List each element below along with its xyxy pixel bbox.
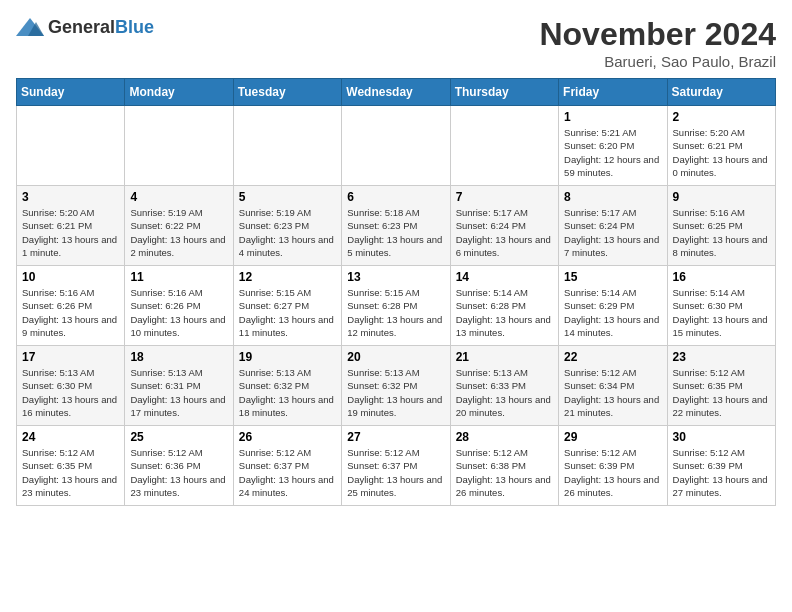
calendar-cell xyxy=(233,106,341,186)
day-info: Sunrise: 5:12 AMSunset: 6:36 PMDaylight:… xyxy=(130,446,227,499)
day-number: 20 xyxy=(347,350,444,364)
day-number: 12 xyxy=(239,270,336,284)
week-row-2: 10Sunrise: 5:16 AMSunset: 6:26 PMDayligh… xyxy=(17,266,776,346)
calendar-table: SundayMondayTuesdayWednesdayThursdayFrid… xyxy=(16,78,776,506)
calendar-cell: 3Sunrise: 5:20 AMSunset: 6:21 PMDaylight… xyxy=(17,186,125,266)
calendar-cell: 17Sunrise: 5:13 AMSunset: 6:30 PMDayligh… xyxy=(17,346,125,426)
day-number: 8 xyxy=(564,190,661,204)
header-sunday: Sunday xyxy=(17,79,125,106)
calendar-cell: 13Sunrise: 5:15 AMSunset: 6:28 PMDayligh… xyxy=(342,266,450,346)
calendar-cell: 15Sunrise: 5:14 AMSunset: 6:29 PMDayligh… xyxy=(559,266,667,346)
day-number: 25 xyxy=(130,430,227,444)
day-info: Sunrise: 5:19 AMSunset: 6:23 PMDaylight:… xyxy=(239,206,336,259)
day-number: 3 xyxy=(22,190,119,204)
day-number: 30 xyxy=(673,430,770,444)
day-number: 18 xyxy=(130,350,227,364)
calendar-cell: 27Sunrise: 5:12 AMSunset: 6:37 PMDayligh… xyxy=(342,426,450,506)
header-wednesday: Wednesday xyxy=(342,79,450,106)
day-number: 22 xyxy=(564,350,661,364)
week-row-1: 3Sunrise: 5:20 AMSunset: 6:21 PMDaylight… xyxy=(17,186,776,266)
calendar-cell: 4Sunrise: 5:19 AMSunset: 6:22 PMDaylight… xyxy=(125,186,233,266)
header: GeneralBlue November 2024 Barueri, Sao P… xyxy=(16,16,776,70)
day-info: Sunrise: 5:20 AMSunset: 6:21 PMDaylight:… xyxy=(673,126,770,179)
calendar-cell: 19Sunrise: 5:13 AMSunset: 6:32 PMDayligh… xyxy=(233,346,341,426)
day-info: Sunrise: 5:15 AMSunset: 6:28 PMDaylight:… xyxy=(347,286,444,339)
day-number: 28 xyxy=(456,430,553,444)
day-info: Sunrise: 5:16 AMSunset: 6:26 PMDaylight:… xyxy=(130,286,227,339)
day-info: Sunrise: 5:12 AMSunset: 6:35 PMDaylight:… xyxy=(673,366,770,419)
day-info: Sunrise: 5:14 AMSunset: 6:28 PMDaylight:… xyxy=(456,286,553,339)
header-monday: Monday xyxy=(125,79,233,106)
day-number: 1 xyxy=(564,110,661,124)
logo-blue: Blue xyxy=(115,17,154,37)
day-info: Sunrise: 5:13 AMSunset: 6:31 PMDaylight:… xyxy=(130,366,227,419)
calendar-cell: 23Sunrise: 5:12 AMSunset: 6:35 PMDayligh… xyxy=(667,346,775,426)
day-info: Sunrise: 5:17 AMSunset: 6:24 PMDaylight:… xyxy=(456,206,553,259)
day-number: 6 xyxy=(347,190,444,204)
day-info: Sunrise: 5:17 AMSunset: 6:24 PMDaylight:… xyxy=(564,206,661,259)
day-number: 14 xyxy=(456,270,553,284)
day-info: Sunrise: 5:18 AMSunset: 6:23 PMDaylight:… xyxy=(347,206,444,259)
day-info: Sunrise: 5:16 AMSunset: 6:25 PMDaylight:… xyxy=(673,206,770,259)
calendar-cell: 20Sunrise: 5:13 AMSunset: 6:32 PMDayligh… xyxy=(342,346,450,426)
day-number: 15 xyxy=(564,270,661,284)
day-number: 27 xyxy=(347,430,444,444)
calendar-header-row: SundayMondayTuesdayWednesdayThursdayFrid… xyxy=(17,79,776,106)
day-info: Sunrise: 5:12 AMSunset: 6:35 PMDaylight:… xyxy=(22,446,119,499)
day-number: 17 xyxy=(22,350,119,364)
header-friday: Friday xyxy=(559,79,667,106)
calendar-cell: 5Sunrise: 5:19 AMSunset: 6:23 PMDaylight… xyxy=(233,186,341,266)
calendar-cell xyxy=(342,106,450,186)
calendar-cell xyxy=(450,106,558,186)
day-number: 10 xyxy=(22,270,119,284)
logo-general: General xyxy=(48,17,115,37)
week-row-4: 24Sunrise: 5:12 AMSunset: 6:35 PMDayligh… xyxy=(17,426,776,506)
day-info: Sunrise: 5:13 AMSunset: 6:32 PMDaylight:… xyxy=(239,366,336,419)
day-info: Sunrise: 5:12 AMSunset: 6:37 PMDaylight:… xyxy=(239,446,336,499)
day-info: Sunrise: 5:21 AMSunset: 6:20 PMDaylight:… xyxy=(564,126,661,179)
calendar-cell: 18Sunrise: 5:13 AMSunset: 6:31 PMDayligh… xyxy=(125,346,233,426)
calendar-cell: 29Sunrise: 5:12 AMSunset: 6:39 PMDayligh… xyxy=(559,426,667,506)
day-info: Sunrise: 5:14 AMSunset: 6:29 PMDaylight:… xyxy=(564,286,661,339)
day-number: 5 xyxy=(239,190,336,204)
calendar-cell: 10Sunrise: 5:16 AMSunset: 6:26 PMDayligh… xyxy=(17,266,125,346)
day-number: 26 xyxy=(239,430,336,444)
day-info: Sunrise: 5:19 AMSunset: 6:22 PMDaylight:… xyxy=(130,206,227,259)
day-info: Sunrise: 5:12 AMSunset: 6:34 PMDaylight:… xyxy=(564,366,661,419)
calendar-cell: 12Sunrise: 5:15 AMSunset: 6:27 PMDayligh… xyxy=(233,266,341,346)
calendar-cell: 21Sunrise: 5:13 AMSunset: 6:33 PMDayligh… xyxy=(450,346,558,426)
header-tuesday: Tuesday xyxy=(233,79,341,106)
day-number: 4 xyxy=(130,190,227,204)
day-number: 11 xyxy=(130,270,227,284)
day-number: 16 xyxy=(673,270,770,284)
day-number: 13 xyxy=(347,270,444,284)
week-row-3: 17Sunrise: 5:13 AMSunset: 6:30 PMDayligh… xyxy=(17,346,776,426)
day-number: 24 xyxy=(22,430,119,444)
day-number: 23 xyxy=(673,350,770,364)
calendar-cell: 16Sunrise: 5:14 AMSunset: 6:30 PMDayligh… xyxy=(667,266,775,346)
day-info: Sunrise: 5:12 AMSunset: 6:39 PMDaylight:… xyxy=(673,446,770,499)
day-number: 2 xyxy=(673,110,770,124)
day-info: Sunrise: 5:14 AMSunset: 6:30 PMDaylight:… xyxy=(673,286,770,339)
logo: GeneralBlue xyxy=(16,16,154,38)
day-info: Sunrise: 5:12 AMSunset: 6:37 PMDaylight:… xyxy=(347,446,444,499)
calendar-cell: 2Sunrise: 5:20 AMSunset: 6:21 PMDaylight… xyxy=(667,106,775,186)
title-area: November 2024 Barueri, Sao Paulo, Brazil xyxy=(539,16,776,70)
day-info: Sunrise: 5:13 AMSunset: 6:33 PMDaylight:… xyxy=(456,366,553,419)
day-number: 29 xyxy=(564,430,661,444)
day-info: Sunrise: 5:13 AMSunset: 6:30 PMDaylight:… xyxy=(22,366,119,419)
day-info: Sunrise: 5:13 AMSunset: 6:32 PMDaylight:… xyxy=(347,366,444,419)
calendar-cell: 25Sunrise: 5:12 AMSunset: 6:36 PMDayligh… xyxy=(125,426,233,506)
calendar-cell: 24Sunrise: 5:12 AMSunset: 6:35 PMDayligh… xyxy=(17,426,125,506)
calendar-cell: 11Sunrise: 5:16 AMSunset: 6:26 PMDayligh… xyxy=(125,266,233,346)
day-info: Sunrise: 5:15 AMSunset: 6:27 PMDaylight:… xyxy=(239,286,336,339)
calendar-cell xyxy=(125,106,233,186)
day-info: Sunrise: 5:16 AMSunset: 6:26 PMDaylight:… xyxy=(22,286,119,339)
calendar-cell: 7Sunrise: 5:17 AMSunset: 6:24 PMDaylight… xyxy=(450,186,558,266)
header-saturday: Saturday xyxy=(667,79,775,106)
day-info: Sunrise: 5:20 AMSunset: 6:21 PMDaylight:… xyxy=(22,206,119,259)
day-number: 7 xyxy=(456,190,553,204)
calendar-cell xyxy=(17,106,125,186)
calendar-cell: 8Sunrise: 5:17 AMSunset: 6:24 PMDaylight… xyxy=(559,186,667,266)
subtitle: Barueri, Sao Paulo, Brazil xyxy=(539,53,776,70)
